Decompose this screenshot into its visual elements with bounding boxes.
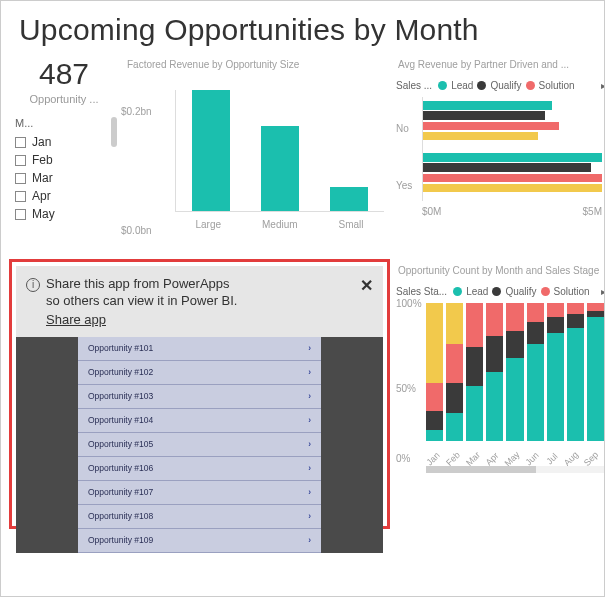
stacked-column[interactable] <box>547 303 564 441</box>
list-item[interactable]: Opportunity #103› <box>78 385 321 409</box>
legend-prefix: Sales Sta... <box>396 286 447 297</box>
x-tick: $0M <box>422 206 441 217</box>
scrollbar-thumb[interactable] <box>426 466 536 473</box>
stack-segment <box>547 303 564 317</box>
column-bar[interactable] <box>261 126 299 211</box>
legend-swatch-icon <box>477 81 486 90</box>
checkbox-icon[interactable] <box>15 209 26 220</box>
list-item-label: Opportunity #105 <box>88 439 153 449</box>
stack-segment <box>446 413 463 441</box>
stack-segment <box>426 430 443 441</box>
slicer-item[interactable]: Feb <box>9 151 119 169</box>
hbar-segment[interactable] <box>423 174 602 182</box>
slicer-scrollbar[interactable] <box>111 117 117 147</box>
chevron-right-icon: › <box>308 343 311 353</box>
chevron-right-icon: › <box>308 439 311 449</box>
stack-segment <box>446 303 463 344</box>
share-app-link[interactable]: Share app <box>46 312 106 329</box>
legend-swatch-icon <box>541 287 550 296</box>
stack-segment <box>547 333 564 441</box>
checkbox-icon[interactable] <box>15 155 26 166</box>
stack-segment <box>567 303 584 314</box>
checkbox-icon[interactable] <box>15 191 26 202</box>
list-item-label: Opportunity #102 <box>88 367 153 377</box>
stack-segment <box>486 372 503 441</box>
stack-segment <box>426 411 443 430</box>
stack-segment <box>466 386 483 441</box>
stacked-chart-area: 100% 50% 0% JanFebMarAprMayJunJulAugSep <box>396 303 605 473</box>
stacked-column[interactable] <box>527 303 544 441</box>
stack-segment <box>486 303 503 336</box>
column-bar[interactable] <box>330 187 368 211</box>
hbar-category: Yes <box>396 179 412 190</box>
stack-segment <box>446 383 463 413</box>
legend-swatch-icon <box>453 287 462 296</box>
legend-item: Qualify <box>505 286 536 297</box>
avg-revenue-chart[interactable]: Avg Revenue by Partner Driven and ... Sa… <box>396 53 605 253</box>
stack-segment <box>567 314 584 328</box>
y-tick: 0% <box>396 453 410 464</box>
hbar-segment[interactable] <box>423 111 545 119</box>
stack-segment <box>506 303 523 331</box>
hbar-segment[interactable] <box>423 101 552 109</box>
stack-segment <box>486 336 503 372</box>
legend: Sales Sta... Lead Qualify Solution ▸ <box>396 286 605 297</box>
opportunity-count-chart[interactable]: Opportunity Count by Month and Sales Sta… <box>396 259 605 529</box>
stack-segment <box>587 303 604 311</box>
list-item[interactable]: Opportunity #105› <box>78 433 321 457</box>
hbar-segment[interactable] <box>423 132 538 140</box>
checkbox-icon[interactable] <box>15 137 26 148</box>
x-tick: Medium <box>262 219 298 230</box>
legend-swatch-icon <box>526 81 535 90</box>
legend-item: Solution <box>554 286 590 297</box>
list-item[interactable]: Opportunity #109› <box>78 529 321 553</box>
kpi-value: 487 <box>9 57 119 91</box>
hbar-chart-area: No Yes $0M $5M <box>396 97 605 217</box>
slicer-label: Mar <box>32 171 53 185</box>
list-item-label: Opportunity #104 <box>88 415 153 425</box>
column-bar[interactable] <box>192 90 230 211</box>
stacked-column[interactable] <box>426 303 443 441</box>
y-tick: $0.2bn <box>121 106 152 117</box>
stacked-column[interactable] <box>587 303 604 441</box>
list-item[interactable]: Opportunity #106› <box>78 457 321 481</box>
slicer-item[interactable]: Apr <box>9 187 119 205</box>
legend: Sales ... Lead Qualify Solution ▸ <box>396 80 605 91</box>
stacked-column[interactable] <box>486 303 503 441</box>
list-item[interactable]: Opportunity #102› <box>78 361 321 385</box>
factored-revenue-chart[interactable]: Factored Revenue by Opportunity Size $0.… <box>125 53 390 253</box>
stacked-column[interactable] <box>466 303 483 441</box>
list-item[interactable]: Opportunity #107› <box>78 481 321 505</box>
list-item[interactable]: Opportunity #101› <box>78 337 321 361</box>
hbar-segment[interactable] <box>423 184 602 192</box>
hbar-segment[interactable] <box>423 153 602 161</box>
chevron-right-icon[interactable]: ▸ <box>601 286 605 297</box>
stacked-column[interactable] <box>446 303 463 441</box>
y-tick: $0.0bn <box>121 225 152 236</box>
stacked-column[interactable] <box>567 303 584 441</box>
stack-segment <box>466 347 483 386</box>
slicer-item[interactable]: Mar <box>9 169 119 187</box>
stacked-column[interactable] <box>506 303 523 441</box>
stack-segment <box>426 303 443 383</box>
hbar-segment[interactable] <box>423 122 559 130</box>
chevron-right-icon[interactable]: ▸ <box>601 80 605 91</box>
chevron-right-icon: › <box>308 391 311 401</box>
slicer-list: Jan Feb Mar Apr May <box>9 133 119 223</box>
hbar-segment[interactable] <box>423 163 591 171</box>
opportunity-list[interactable]: Opportunity #101›Opportunity #102›Opport… <box>78 337 321 553</box>
list-item[interactable]: Opportunity #104› <box>78 409 321 433</box>
legend-item: Solution <box>539 80 575 91</box>
stack-segment <box>527 303 544 322</box>
y-tick: 100% <box>396 298 422 309</box>
list-item[interactable]: Opportunity #108› <box>78 505 321 529</box>
stack-segment <box>547 317 564 334</box>
slicer-item[interactable]: May <box>9 205 119 223</box>
chart-scrollbar[interactable] <box>426 466 604 473</box>
slicer-item[interactable]: Jan <box>9 133 119 151</box>
close-icon[interactable]: ✕ <box>360 276 373 297</box>
checkbox-icon[interactable] <box>15 173 26 184</box>
chevron-right-icon: › <box>308 463 311 473</box>
stack-segment <box>466 303 483 347</box>
stack-segment <box>587 317 604 441</box>
